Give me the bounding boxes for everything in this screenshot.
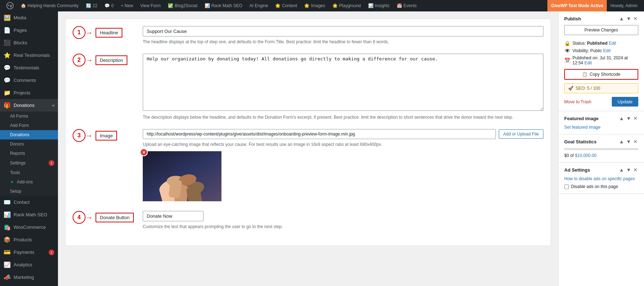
step2-circle: 2 [73,54,86,66]
disable-ads-label: Disable ads on this page [571,184,618,189]
featured-image-collapse-down[interactable]: ▼ [625,115,632,121]
featured-image-close[interactable]: ✕ [633,115,638,121]
description-label-wrapper: 2 → Description [73,54,137,66]
sidebar-item-comments[interactable]: 💬 Comments [0,74,58,87]
sidebar-item-payments[interactable]: 💳 Payments 1 [0,246,58,258]
goal-statistics-collapse-up[interactable]: ▲ [618,139,625,144]
sidebar-item-donations-sub[interactable]: Donations [0,130,58,139]
new-item[interactable]: + New [117,0,137,11]
sidebar-item-reports[interactable]: Reports [0,149,58,158]
sidebar-item-add-form[interactable]: Add Form [0,121,58,130]
comments-item[interactable]: 💬 0 [101,0,117,11]
main-content: 1 → Headline The headline displays at th… [58,11,558,286]
step3-arrow: → [86,132,93,140]
image-label-wrapper: 3 → Image [73,129,137,142]
sidebar-item-setup[interactable]: Setup [0,187,58,196]
image-label-box: Image [96,131,117,140]
publish-collapse-down[interactable]: ▼ [625,16,632,21]
products-icon: 📦 [4,236,11,243]
sidebar-item-blocks[interactable]: ⬛ Blocks [0,36,58,49]
description-label-box: Description [96,55,127,65]
preview-image [143,151,221,201]
donations-submenu: All Forms Add Form Donations Donors Repo… [0,112,58,196]
image-helper-text: Upload an eye-catching image that reflec… [143,141,543,148]
blocks-icon: ⬛ [4,39,11,46]
goal-statistics-collapse-down[interactable]: ▼ [625,139,632,144]
images-item[interactable]: 🌟Images [301,0,328,11]
events-item[interactable]: 📅Events [393,0,420,11]
donate-button-label-wrapper: 4 → Donate Button [73,211,137,224]
move-trash-link[interactable]: Move to Trash [564,99,591,104]
ad-settings-header: Ad Settings ▲ ▼ ✕ [564,167,638,173]
published-on-edit-link[interactable]: Edit [584,60,592,65]
disable-ads-link[interactable]: How to disable ads on specific pages [564,176,638,181]
sidebar-item-rank-math[interactable]: 📊 Rank Math SEO [0,208,58,221]
goal-text: $0 of $10,000.00 [564,153,638,158]
wp-logo[interactable] [3,0,17,11]
updates-item[interactable]: 🔄 22 [82,0,101,11]
marketing-icon: 📣 [4,274,11,281]
blog2social-item[interactable]: ✅ Blog2Social [164,0,201,11]
preview-changes-button[interactable]: Preview Changes [564,25,638,35]
sidebar-item-tools[interactable]: Tools [0,168,58,177]
disable-ads-checkbox-row: Disable ads on this page [564,184,638,189]
goal-statistics-header: Goal Statistics ▲ ▼ ✕ [564,139,638,144]
remove-image-button[interactable]: × [140,148,148,156]
sidebar-item-pages[interactable]: 📄 Pages [0,24,58,36]
sidebar-item-testimonials[interactable]: 💬 Testimonials [0,61,58,74]
disable-ads-checkbox[interactable] [564,184,569,189]
upload-file-button[interactable]: Add or Upload File [499,129,543,139]
headline-field-row: 1 → Headline The headline displays at th… [73,26,543,45]
set-featured-image-link[interactable]: Set featured image [564,125,600,130]
ai-engine-item[interactable]: AI Engine [246,0,272,11]
visibility-icon: 👁️ [564,48,570,54]
step2-arrow: → [86,56,93,64]
publish-close[interactable]: ✕ [633,16,638,21]
featured-image-collapse-up[interactable]: ▲ [618,115,625,121]
sidebar-item-products[interactable]: 📦 Products [0,233,58,246]
contact-icon: ✉️ [4,199,11,206]
howdy-item[interactable]: Howdy, Admin [607,0,641,11]
sidebar-item-media[interactable]: 🖼️ Media [0,11,58,24]
sidebar-item-contact[interactable]: ✉️ Contact [0,196,58,208]
goal-statistics-close[interactable]: ✕ [633,139,638,144]
insights-item[interactable]: 📊Insights [365,0,393,11]
image-preview-wrapper: × [143,151,221,202]
publish-collapse-up[interactable]: ▲ [618,16,625,21]
donate-button-input[interactable] [143,211,204,221]
sidebar-item-projects[interactable]: 📁 Projects [0,87,58,99]
site-name[interactable]: 🏠 Helping Hands Community [17,0,82,11]
content-item[interactable]: 🌟Content [272,0,301,11]
sidebar-item-addons[interactable]: ★ Add-ons [0,177,58,187]
publish-action-row: Move to Trash Update [564,97,638,107]
sidebar-item-donations-parent[interactable]: 🎁 Donations ◀ [0,99,58,112]
copy-shortcode-button[interactable]: 📋 Copy Shortcode [564,69,638,80]
ad-settings-close[interactable]: ✕ [633,167,638,173]
description-field-row: 2 → Description The description displays… [73,54,543,120]
sidebar-item-marketing[interactable]: 📣 Marketing [0,271,58,283]
sidebar-item-donors[interactable]: Donors [0,139,58,149]
rank-math-item[interactable]: 📊 Rank Math SEO [201,0,246,11]
sidebar-item-real-testimonials[interactable]: ⭐ Real Testimonials [0,49,58,61]
sidebar-item-all-forms[interactable]: All Forms [0,112,58,121]
settings-badge: 1 [49,160,54,166]
status-edit-link[interactable]: Edit [609,41,616,46]
sidebar-item-woocommerce[interactable]: 🛍️ WooCommerce [0,221,58,233]
image-field-content: Add or Upload File Upload an eye-catchin… [143,129,543,202]
image-url-input[interactable] [143,129,496,139]
sidebar-item-settings[interactable]: Settings 1 [0,158,58,168]
donate-button-label-box: Donate Button [96,213,134,222]
ad-settings-collapse-up[interactable]: ▲ [618,167,625,173]
headline-input[interactable] [143,26,543,36]
description-helper-text: The description displays below the headl… [143,114,543,120]
playground-item[interactable]: 🌟Playground [329,0,365,11]
visibility-edit-link[interactable]: Edit [603,48,611,53]
update-button[interactable]: Update [612,97,638,107]
step4-circle: 4 [73,211,86,224]
description-textarea[interactable] [143,54,543,111]
sidebar-item-analytics[interactable]: 📈 Analytics [0,258,58,271]
pages-icon: 📄 [4,27,11,34]
ad-settings-collapse-down[interactable]: ▼ [625,167,632,173]
goal-amount-link[interactable]: $10,000.00 [575,153,596,158]
view-form-item[interactable]: View Form [137,0,164,11]
